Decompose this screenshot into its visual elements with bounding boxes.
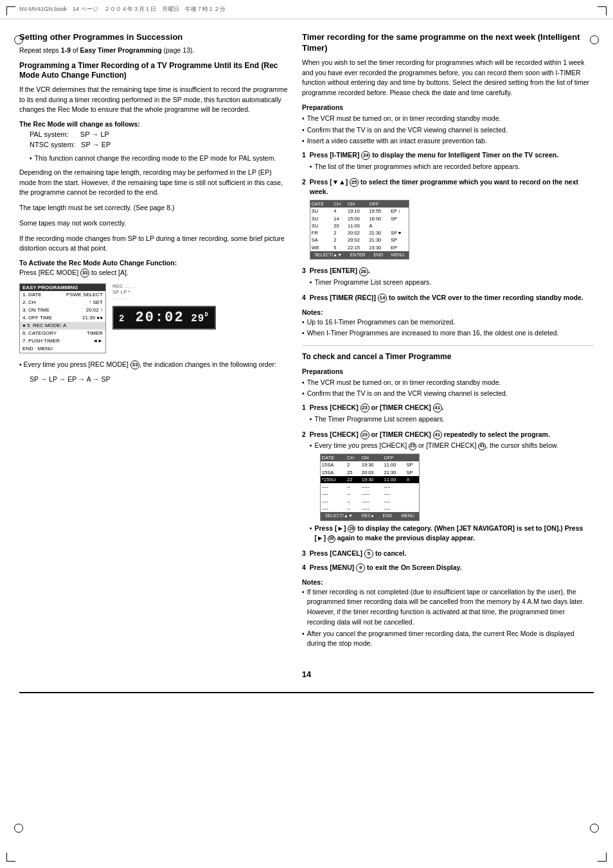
right-column: Timer recording for the same programme o… (302, 32, 594, 650)
it-prep3: Insert a video cassette with an intact e… (302, 136, 594, 146)
it-step-1: 1 Press [I-TIMER] 24 to display the menu… (302, 150, 594, 173)
cc-step2-num: 2 (302, 430, 306, 545)
pal-note: This function cannot change the recordin… (19, 154, 289, 164)
it-step3-bold: Press [ENTER] 26. (310, 267, 370, 274)
cc-note2: After you cancel the programmed timer re… (302, 629, 594, 650)
it-step1-bullet: The list of the timer programmes which a… (310, 162, 558, 172)
activate-body: Press [REC MODE] 33 to select [A]. (19, 268, 289, 278)
timer2-row-6: --------------- (321, 498, 419, 505)
rec-mode-body3: The tape length must be set correctly. (… (19, 203, 289, 213)
cc-note1-text: If timer recording is not completed (due… (307, 587, 594, 628)
ep-row-1: 1. DATEPSWE SELECT (20, 291, 105, 299)
it-step2-bold: Press [▼▲] 25 to select the timer progra… (310, 178, 578, 196)
it-notes-label: Notes: (302, 308, 594, 316)
ref-41a: 41 (433, 403, 442, 412)
it-prep1-text: The VCR must be turned on, or in timer r… (307, 114, 501, 124)
cc-step2-bold: Press [CHECK] 23 or [TIMER CHECK] 41 rep… (310, 430, 550, 438)
cc-step1-bullet: The Timer Programme List screen appears. (310, 414, 445, 425)
main-content: Setting other Programmes in Succession R… (0, 19, 613, 663)
intelligent-timer-body: When you wish to set the timer recording… (302, 58, 594, 98)
corner-mark-bl (6, 853, 15, 862)
it-preparations-label: Preparations (302, 103, 594, 111)
timer-row-5: SA220:0221:30SP (310, 236, 409, 244)
ref-23b: 23 (360, 430, 369, 439)
circle-mark-br (590, 824, 599, 833)
it-step-2: 2 Press [▼▲] 25 to select the timer prog… (302, 177, 594, 263)
rec-order-line: SP → LP → EP → A → SP (30, 375, 289, 383)
ref-9: 9 (356, 563, 365, 572)
ref-5: 5 (364, 549, 373, 558)
corner-mark-tl (6, 6, 15, 15)
ep-box-container: EASY PROGRAMMING 1. DATEPSWE SELECT 2. C… (19, 283, 289, 356)
timer-row-3: SU2011:00A (310, 222, 409, 229)
rec-mode-body: If the VCR determines that the remaining… (19, 85, 289, 115)
it-step-3: 3 Press [ENTER] 26. Timer Programme List… (302, 266, 594, 289)
timer-table-1-footer: SELECT/▲▼ENTERENDMENU (310, 251, 409, 260)
cc-step4-body: Press [MENU] 9 to exit the On Screen Dis… (310, 563, 462, 573)
it-note1-text: Up to 16 I-Timer Programmes can be memor… (307, 317, 456, 328)
bottom-line (19, 692, 594, 693)
it-step3-body: Press [ENTER] 26. Timer Programme List s… (310, 266, 431, 289)
ep-box: EASY PROGRAMMING 1. DATEPSWE SELECT 2. C… (19, 283, 106, 353)
it-step3-num: 3 (302, 266, 306, 289)
cc-prep1: The VCR must be turned on, or in timer r… (302, 378, 594, 388)
cc-step1-num: 1 (302, 403, 306, 426)
timer-row-4: FR220:0221:30SP ♥ (310, 229, 409, 236)
it-step4-bold: Press [TIMER (REC)] 14 to switch the VCR… (310, 294, 583, 301)
ref-41b: 41 (433, 430, 442, 439)
display-label: REC ... . .SP LP *. . . . . . . (112, 283, 216, 301)
ref-33b: 33 (130, 360, 139, 369)
ref-41c: 41 (478, 443, 486, 450)
it-step1-num: 1 (302, 150, 306, 173)
ep-row-2: 2. CH↑ SET (20, 299, 105, 306)
ep-row-3: 3. ON TIME20:02 ↑ (20, 306, 105, 314)
ref-23a: 23 (360, 403, 369, 412)
ref-33: 33 (80, 269, 89, 278)
timer-row-6: WE522:1523:30EP (310, 244, 409, 251)
it-prep2-text: Confirm that the TV is on and the VCR vi… (307, 125, 508, 136)
pal-system: PAL system: SP → LP (30, 130, 289, 138)
cc-step1-body: Press [CHECK] 23 or [TIMER CHECK] 41. Th… (310, 403, 445, 426)
timer2-row-2: 15SA2520:0321:30SP (321, 469, 419, 476)
cc-step3-bold: Press [CANCEL] 5 to cancel. (310, 549, 407, 557)
rec-mode-bold-label: The Rec Mode will change as follows: (19, 120, 289, 128)
pal-label: PAL system: SP → LP (30, 130, 109, 138)
rec-mode-body4: Some tapes may not work correctly. (19, 218, 289, 229)
cc-step1-bold: Press [CHECK] 23 or [TIMER CHECK] 41. (310, 403, 444, 411)
cc-step-1: 1 Press [CHECK] 23 or [TIMER CHECK] 41. … (302, 403, 594, 426)
page-number: 14 (0, 663, 613, 692)
ep-row-5: ● 5. REC MODE: A (20, 322, 105, 330)
ep-row-6: 6. CATEGORYTIMER (20, 330, 105, 337)
timer-row-1: SU419:1019:55EP ↕ (310, 208, 409, 215)
timer-table-1: DATECHONOFF SU419:1019:55EP ↕ SU1415:001… (310, 200, 409, 260)
ep-row-end: END : MENU (20, 345, 105, 353)
timer2-row-4: --------------- (321, 483, 419, 490)
it-step2-num: 2 (302, 177, 306, 263)
timer2-row-1: 15SA219:3011:00SP (321, 461, 419, 468)
cc-step4-num: 4 (302, 563, 306, 573)
ep-row-7: 7. PUSH TIMER◄► (20, 337, 105, 345)
rec-mode-note-rec: • Every time you press [REC MODE] 33, th… (19, 360, 289, 370)
section-rec-mode: Programming a Timer Recording of a TV Pr… (19, 61, 289, 383)
it-step2-body: Press [▼▲] 25 to select the timer progra… (310, 177, 594, 263)
circle-mark-tr (590, 35, 599, 44)
ref-23c: 23 (409, 443, 416, 450)
it-step4-body: Press [TIMER (REC)] 14 to switch the VCR… (310, 293, 583, 303)
section-setting-other: Setting other Programmes in Succession R… (19, 32, 289, 56)
cc-prep2: Confirm that the TV is on and the VCR vi… (302, 389, 594, 399)
cc-preparations-label: Preparations (302, 368, 594, 375)
section-divider (302, 345, 594, 346)
left-column: Setting other Programmes in Succession R… (19, 32, 289, 650)
setting-other-title: Setting other Programmes in Succession (19, 32, 289, 43)
corner-mark-tr (598, 6, 607, 15)
ref-24: 24 (361, 151, 370, 160)
rec-mode-body5: If the recording mode changes from SP to… (19, 234, 289, 254)
timer2-row-7: --------------- (321, 505, 419, 512)
timer-table-2-footer: SELECT/▲▼REC●ENDMENU (321, 512, 419, 520)
cc-step3-num: 3 (302, 549, 306, 559)
cc-step-4: 4 Press [MENU] 9 to exit the On Screen D… (302, 563, 594, 573)
rec-mode-body2: Depending on the remaining tape length, … (19, 168, 289, 198)
ntsc-system: NTSC system: SP → EP (30, 141, 289, 148)
circle-mark-tl (14, 35, 23, 44)
ep-box-header: EASY PROGRAMMING (20, 284, 105, 291)
